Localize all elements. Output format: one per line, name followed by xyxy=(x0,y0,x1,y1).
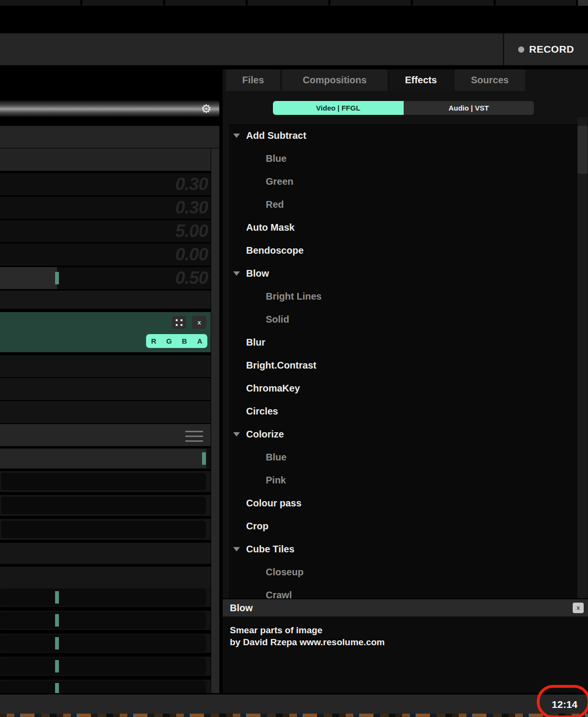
param-slider-row[interactable]: 0.30 xyxy=(0,197,211,219)
channel-g-label[interactable]: G xyxy=(166,337,172,345)
effect-red[interactable]: Red xyxy=(229,193,577,216)
effect-solid[interactable]: Solid xyxy=(229,308,577,331)
effect-bendoscope[interactable]: Bendoscope xyxy=(229,239,577,262)
param-slider-row[interactable]: 0.30 xyxy=(0,173,211,195)
close-clip-button[interactable]: x xyxy=(192,316,206,329)
effect-colorize[interactable]: Colorize xyxy=(229,423,577,446)
param-slider-row[interactable]: 0.00 xyxy=(0,244,211,266)
param-slider-row[interactable]: 0.50 xyxy=(0,267,211,289)
panel-track-row[interactable] xyxy=(0,495,211,516)
tab-compositions[interactable]: Compositions xyxy=(282,69,387,91)
panel-track-row[interactable] xyxy=(0,471,211,492)
record-label: RECORD xyxy=(529,44,574,55)
bottom-thumbnail-strip xyxy=(0,714,588,717)
effect-cube-tiles[interactable]: Cube Tiles xyxy=(229,538,577,560)
panel-row[interactable] xyxy=(0,355,211,377)
param-group-row[interactable] xyxy=(0,148,211,171)
slider-handle-icon[interactable] xyxy=(55,272,59,284)
expand-button[interactable] xyxy=(172,316,186,329)
effect-crawl[interactable]: Crawl xyxy=(229,583,577,598)
scrollbar-track[interactable] xyxy=(577,117,588,598)
bottom-slider-row[interactable] xyxy=(0,588,211,607)
track-bar xyxy=(1,497,206,514)
effect-colour-pass[interactable]: Colour pass xyxy=(229,492,577,515)
effect-crop[interactable]: Crop xyxy=(229,515,577,538)
slider-fill xyxy=(0,449,206,468)
hamburger-bar xyxy=(185,440,203,442)
window-tab[interactable] xyxy=(0,0,80,6)
effect-label: Auto Mask xyxy=(246,222,294,233)
channel-a-label[interactable]: A xyxy=(197,337,203,345)
slider-handle-icon[interactable] xyxy=(202,452,206,465)
effect-blue[interactable]: Blue xyxy=(229,147,577,170)
selected-clip-panel[interactable]: x RGBA xyxy=(0,311,211,353)
chevron-down-icon[interactable] xyxy=(233,547,240,551)
chevron-down-icon[interactable] xyxy=(233,432,240,437)
chevron-down-icon[interactable] xyxy=(233,271,240,276)
app-window: RECORD ⚙ 0.300.305.000.000.50 x RGBA xyxy=(0,0,588,717)
window-tab[interactable] xyxy=(248,0,328,6)
hamburger-icon[interactable] xyxy=(185,431,203,445)
param-value: 5.00 xyxy=(175,220,208,242)
record-button[interactable]: RECORD xyxy=(503,34,588,65)
effect-auto-mask[interactable]: Auto Mask xyxy=(229,216,577,239)
tab-files[interactable]: Files xyxy=(226,69,280,91)
slider-row-full[interactable] xyxy=(0,448,211,469)
channel-b-label[interactable]: B xyxy=(182,337,187,345)
effect-blow[interactable]: Blow xyxy=(229,262,577,285)
slider-handle-icon[interactable] xyxy=(55,683,59,693)
slider-track xyxy=(0,658,206,675)
panel-row[interactable] xyxy=(0,543,211,564)
info-close-button[interactable]: x xyxy=(573,603,584,613)
slider-handle-icon[interactable] xyxy=(55,660,59,672)
effect-label: Solid xyxy=(266,314,289,325)
tab-sources[interactable]: Sources xyxy=(454,69,525,91)
slider-handle-icon[interactable] xyxy=(55,637,59,650)
param-slider-row[interactable]: 5.00 xyxy=(0,220,211,242)
param-empty-row xyxy=(0,291,211,309)
hamburger-bar xyxy=(185,436,203,437)
bottom-slider-row[interactable] xyxy=(0,611,211,630)
effect-circles[interactable]: Circles xyxy=(229,400,577,423)
channel-r-label[interactable]: R xyxy=(151,337,156,345)
effect-add-subtract[interactable]: Add Subtract xyxy=(229,124,577,147)
bottom-slider-row[interactable] xyxy=(0,680,211,693)
scrollbar-thumb[interactable] xyxy=(577,126,588,174)
slider-handle-icon[interactable] xyxy=(55,614,59,627)
tab-effects[interactable]: Effects xyxy=(389,69,452,91)
effect-green[interactable]: Green xyxy=(229,170,577,193)
panel-header-bar: ⚙ xyxy=(0,101,219,117)
panel-track-row[interactable] xyxy=(0,519,211,540)
window-tab[interactable] xyxy=(413,0,493,6)
chevron-down-icon[interactable] xyxy=(233,134,240,138)
toolbar: RECORD xyxy=(0,33,588,66)
gear-icon[interactable]: ⚙ xyxy=(201,101,212,117)
effect-label: Colour pass xyxy=(246,498,302,509)
effect-bright-lines[interactable]: Bright Lines xyxy=(229,285,577,308)
param-value: 0.50 xyxy=(175,267,208,289)
effect-blue[interactable]: Blue xyxy=(229,446,577,469)
effect-closeup[interactable]: Closeup xyxy=(229,560,577,583)
effect-pink[interactable]: Pink xyxy=(229,469,577,492)
subtab-video-ffgl[interactable]: Video | FFGL xyxy=(273,101,404,115)
window-tab[interactable] xyxy=(496,0,576,6)
panel-menu-row[interactable] xyxy=(0,424,211,446)
rgba-toggle[interactable]: RGBA xyxy=(146,334,207,348)
window-tab[interactable] xyxy=(82,0,163,6)
param-value: 0.30 xyxy=(175,173,208,195)
panel-row[interactable] xyxy=(0,401,211,423)
panel-row[interactable] xyxy=(0,567,211,588)
effect-chromakey[interactable]: ChromaKey xyxy=(229,377,577,400)
subtab-audio-vst[interactable]: Audio | VST xyxy=(404,101,534,115)
hamburger-bar xyxy=(185,431,203,432)
window-tab[interactable] xyxy=(165,0,246,6)
effect-blur[interactable]: Blur xyxy=(229,331,577,354)
slider-handle-icon[interactable] xyxy=(55,591,59,604)
panel-row[interactable] xyxy=(0,378,211,400)
left-param-rows: 0.300.305.000.000.50 xyxy=(0,148,211,309)
bottom-slider-row[interactable] xyxy=(0,634,211,653)
window-tab[interactable] xyxy=(330,0,411,6)
effect-bright-contrast[interactable]: Bright.Contrast xyxy=(229,354,577,377)
effect-label: Closeup xyxy=(266,567,304,578)
bottom-slider-row[interactable] xyxy=(0,657,211,676)
